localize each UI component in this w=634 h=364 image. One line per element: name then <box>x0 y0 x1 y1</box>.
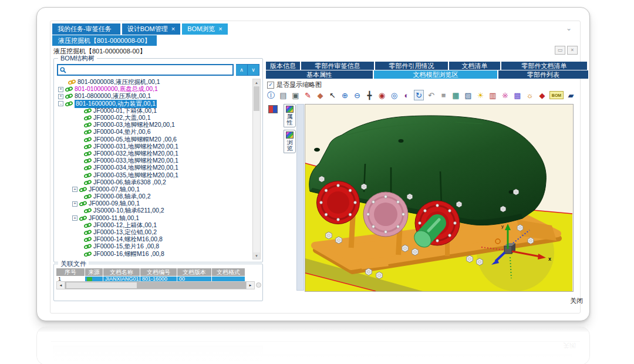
zoom-in-icon[interactable]: ⊕ <box>340 90 350 100</box>
search-prev-button[interactable]: ∧ <box>236 64 248 76</box>
column-header[interactable]: 文档名称 <box>103 268 140 276</box>
scroll-up-icon[interactable]: ▲ <box>253 79 260 86</box>
palette-icon[interactable] <box>268 105 278 113</box>
search-box[interactable] <box>57 64 234 76</box>
colored-cube-icon <box>286 106 294 113</box>
column-header[interactable]: 序号 <box>56 268 85 276</box>
tab-bom-browse[interactable]: BOM浏览 × <box>182 23 228 35</box>
stamp-icon[interactable]: ◆ <box>315 90 325 100</box>
document-subtab[interactable]: 液压挖掘机【801-0000008-00】 <box>52 35 157 46</box>
layers-icon[interactable]: ≡ <box>439 90 448 100</box>
side-tab-properties[interactable]: 属性 <box>284 104 296 127</box>
light-icon[interactable]: ☀ <box>476 90 485 100</box>
thumbnail-checkbox[interactable]: ✓ <box>267 82 274 89</box>
viewer-side-tabs: 属性 浏览 <box>284 104 296 153</box>
column-header[interactable]: 文档格式 <box>212 268 245 276</box>
tab-part-document-list[interactable]: 零部件文档清单 <box>501 62 587 70</box>
table-horizontal-scrollbar[interactable]: ◄ ► <box>56 281 255 289</box>
assembly-icon[interactable]: ▩ <box>512 90 522 100</box>
tree-item[interactable]: JF0000-03,地脚螺栓M20,00,1 <box>57 122 252 129</box>
tab-part-review-info[interactable]: 零部件审签信息 <box>301 62 374 70</box>
info-icon[interactable]: Ⓘ <box>266 90 276 100</box>
cell-source <box>85 277 103 281</box>
cell-doc-format <box>212 277 245 281</box>
tab-close-icon[interactable]: × <box>171 26 175 32</box>
expander-icon[interactable]: + <box>72 187 77 192</box>
side-tab-browse[interactable]: 浏览 <box>284 130 296 153</box>
related-files-group-label: 关联文件 <box>58 259 89 268</box>
tab-close-icon[interactable]: × <box>218 26 222 32</box>
tree-search-row: ∧ ∨ <box>57 64 259 76</box>
side-tab-label: 属性 <box>286 114 293 126</box>
scroll-down-icon[interactable]: ▼ <box>253 252 260 259</box>
section-icon[interactable]: ▥ <box>488 90 498 100</box>
scroll-right-icon[interactable]: ► <box>246 282 254 289</box>
link-icon <box>84 122 92 128</box>
column-header[interactable]: 文档版本 <box>177 268 211 276</box>
print-icon[interactable]: ▣ <box>291 90 301 100</box>
expander-icon[interactable]: + <box>72 215 77 221</box>
column-header[interactable]: 来源 <box>85 268 103 276</box>
search-input[interactable] <box>69 66 231 74</box>
link-icon <box>84 173 92 178</box>
column-header[interactable]: 文档编号 <box>140 268 177 276</box>
bom-tree-groupbox: BOM结构树 ∧ ∨ <box>53 58 263 262</box>
link-icon <box>79 187 87 193</box>
tab-design-bom[interactable]: 设计BOM管理 × <box>122 23 181 35</box>
scrollbar-track[interactable] <box>65 282 246 289</box>
tree-item[interactable]: JS0000-10,轴承6211,00,2 <box>57 207 252 214</box>
tab-document-list[interactable]: 文档清单 <box>449 62 500 70</box>
undo-icon[interactable]: ↶ <box>426 90 436 100</box>
restore-icon[interactable]: ▭ <box>555 46 565 55</box>
preview-doc-icon[interactable]: ▤ <box>278 90 288 100</box>
tab-label: 设计BOM管理 <box>127 25 168 33</box>
tree-item[interactable]: JF0000-06,轴承6308 ,00,2 <box>57 179 252 186</box>
pan-icon[interactable]: ╋ <box>365 90 375 100</box>
zoom-dynamic-icon[interactable]: ◎ <box>389 90 399 100</box>
link-icon <box>65 86 73 92</box>
export-icon[interactable]: ▰ <box>566 90 576 100</box>
scroll-left-icon[interactable]: ◄ <box>57 282 65 289</box>
zoom-window-icon[interactable]: ◉ <box>377 90 387 100</box>
explode-icon[interactable]: ※ <box>500 90 510 100</box>
rotate-center-icon[interactable]: ◐ <box>402 90 412 100</box>
application-window: 我的任务-审签任务 设计BOM管理 × BOM浏览 × ⌄ 液压挖掘机【801-… <box>36 7 590 321</box>
model-3d-viewport[interactable]: y x <box>305 104 574 292</box>
rotate-icon[interactable]: ↻ <box>414 90 424 100</box>
search-next-button[interactable]: ∨ <box>248 64 259 76</box>
tab-version-info[interactable]: 版本信息 <box>266 62 300 70</box>
tab-label: 我的任务-审签任务 <box>58 25 112 33</box>
tree-item[interactable]: + JF0000-07,轴,00,1 <box>57 186 252 193</box>
scrollbar-thumb[interactable] <box>66 282 137 288</box>
snapshot-icon[interactable]: ▨ <box>463 90 473 100</box>
tree-item[interactable]: JF0000-01,下箱体,00,1 <box>57 107 252 114</box>
select-arrow-icon[interactable]: ↖ <box>328 90 338 100</box>
tree-item[interactable]: JF0000-08,轴承,00,2 <box>57 193 252 200</box>
close-button[interactable]: 关闭 <box>558 296 583 305</box>
tree-vertical-scrollbar[interactable]: ▲ ▼ <box>252 79 261 259</box>
bom-tree: 801-0000008,液压挖掘机,00,1 + 801-010000000,底… <box>57 79 252 259</box>
redline-pen-icon[interactable]: ✎ <box>303 90 313 100</box>
expander-icon[interactable]: + <box>58 87 63 92</box>
close-icon[interactable]: × <box>567 46 578 55</box>
detail-panel: 版本信息 零部件审签信息 零部件引用情况 文档清单 零部件文档清单 基本属性 文… <box>266 62 588 305</box>
gear-icon[interactable]: ☼ <box>525 90 535 100</box>
zoom-out-icon[interactable]: ⊖ <box>352 90 362 100</box>
measure-icon[interactable]: ▦ <box>451 90 461 100</box>
model-box-icon[interactable]: ◆ <box>537 90 547 100</box>
expander-icon[interactable]: - <box>58 101 63 106</box>
expander-icon[interactable]: + <box>72 201 77 207</box>
tab-part-list[interactable]: 零部件列表 <box>498 70 588 79</box>
viewer-toolbar: Ⓘ ▤ ▣ ✎ ◆ ↖ ⊕ ⊖ ╋ ◉ <box>266 89 576 102</box>
expander-icon[interactable]: + <box>58 94 63 99</box>
table-row[interactable]: 1 JIANXIANG01 801-16000 00 <box>56 277 255 281</box>
tab-basic-attributes[interactable]: 基本属性 <box>266 70 373 79</box>
tab-my-tasks[interactable]: 我的任务-审签任务 <box>52 23 120 35</box>
tree-item[interactable]: JF0000-16,螺帽M16 ,00,8 <box>57 251 252 258</box>
link-icon <box>84 129 92 135</box>
scrollbar-thumb[interactable] <box>254 86 259 111</box>
tab-part-reference[interactable]: 零部件引用情况 <box>375 62 448 70</box>
bom-icon[interactable]: BOM <box>549 91 564 99</box>
chevron-down-icon[interactable]: ⌄ <box>566 24 572 32</box>
tab-document-model-view[interactable]: 文档模型浏览区 <box>374 70 497 79</box>
